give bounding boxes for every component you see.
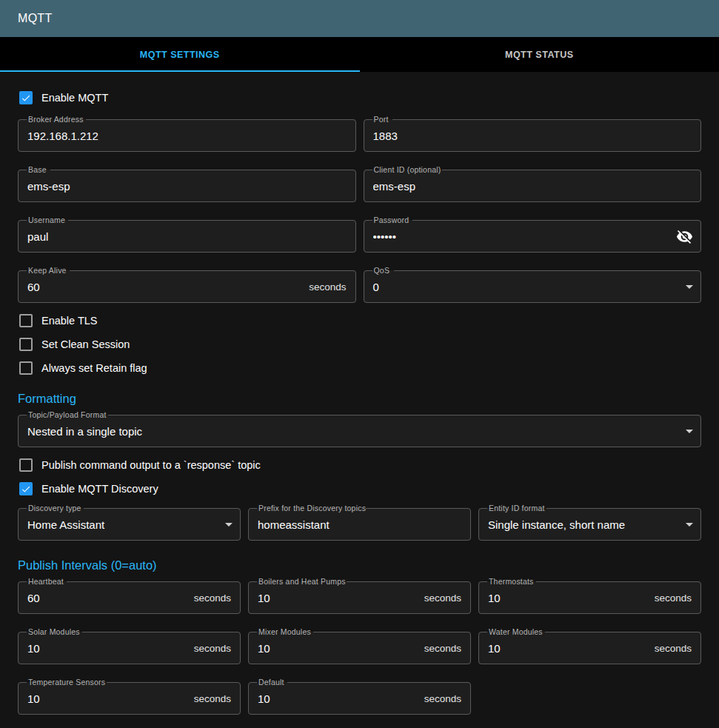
intervals-row-1: Heartbeat Heartbeat seconds Boilers and …	[18, 581, 701, 614]
topic-format-row: Topic/Payload Format Topic/Payload Forma…	[18, 415, 701, 447]
publish-intervals-heading: Publish Intervals (0=auto)	[18, 558, 701, 572]
topic-format-value: Nested in a single topic	[18, 425, 680, 438]
thermostats-interval-field: Thermostats Thermostats seconds	[478, 581, 701, 614]
seconds-suffix: seconds	[655, 592, 701, 604]
publish-response-row[interactable]: Publish command output to a `response` t…	[18, 453, 701, 477]
dropdown-arrow-icon	[680, 515, 698, 533]
intervals-row-3: Temperature Sensors Temperature Sensors …	[18, 682, 701, 715]
password-input[interactable]	[364, 220, 677, 253]
visibility-off-icon[interactable]	[676, 228, 693, 245]
heartbeat-field: Heartbeat Heartbeat seconds	[18, 581, 241, 614]
check-icon	[21, 93, 31, 104]
seconds-suffix: seconds	[309, 281, 355, 293]
mixer-interval-input[interactable]	[248, 632, 424, 664]
tab-mqtt-settings[interactable]: MQTT SETTINGS	[0, 37, 360, 72]
seconds-suffix: seconds	[194, 592, 241, 604]
entity-id-format-value: Single instance, short name	[478, 518, 680, 531]
app-header: MQTT	[0, 0, 719, 37]
entity-id-format-select[interactable]: Entity ID format Entity ID format Single…	[478, 508, 701, 541]
port-input[interactable]	[364, 119, 702, 152]
qos-select[interactable]: QoS QoS 0	[364, 270, 702, 303]
broker-address-input[interactable]	[18, 119, 356, 152]
qos-value: 0	[364, 281, 681, 293]
discovery-type-label: Discovery type	[28, 504, 81, 512]
formatting-heading: Formatting	[18, 392, 701, 406]
dropdown-arrow-icon	[220, 515, 238, 533]
seconds-suffix: seconds	[194, 693, 241, 704]
default-interval-input[interactable]	[248, 682, 424, 715]
tab-bar: MQTT SETTINGS MQTT STATUS	[0, 37, 719, 72]
username-field: Username Username	[18, 220, 356, 253]
enable-discovery-checkbox[interactable]	[19, 482, 33, 495]
username-input[interactable]	[18, 220, 356, 253]
port-field: Port Port	[364, 119, 702, 152]
water-interval-input[interactable]	[478, 632, 655, 664]
topic-format-select[interactable]: Topic/Payload Format Topic/Payload Forma…	[18, 415, 701, 447]
seconds-suffix: seconds	[655, 643, 701, 654]
retain-flag-row[interactable]: Always set Retain flag	[18, 356, 701, 380]
keep-alive-input[interactable]	[18, 270, 309, 303]
temperature-sensors-interval-field: Temperature Sensors Temperature Sensors …	[18, 682, 241, 715]
broker-port-row: Broker Address Broker Address Port Port	[18, 119, 701, 152]
credentials-row: Username Username Password Password	[18, 220, 701, 253]
default-interval-field: Default Default seconds	[248, 682, 471, 715]
settings-form: Enable MQTT Broker Address Broker Addres…	[0, 72, 719, 727]
solar-interval-input[interactable]	[18, 632, 194, 664]
clean-session-row[interactable]: Set Clean Session	[18, 333, 701, 356]
base-input[interactable]	[18, 170, 356, 202]
discovery-row: Discovery type Discovery type Home Assis…	[18, 508, 701, 541]
thermostats-interval-input[interactable]	[478, 581, 655, 614]
retain-flag-label[interactable]: Always set Retain flag	[41, 362, 147, 374]
check-icon	[21, 484, 31, 495]
enable-tls-label[interactable]: Enable TLS	[41, 315, 98, 327]
heartbeat-input[interactable]	[18, 581, 194, 614]
temperature-sensors-interval-input[interactable]	[18, 682, 194, 715]
intervals-row-2: Solar Modules Solar Modules seconds Mixe…	[18, 632, 701, 664]
discovery-prefix-input[interactable]	[248, 508, 471, 541]
boilers-interval-input[interactable]	[248, 581, 424, 614]
entity-id-format-label: Entity ID format	[489, 504, 545, 512]
water-interval-field: Water Modules Water Modules seconds	[478, 632, 701, 664]
enable-mqtt-row[interactable]: Enable MQTT	[18, 84, 701, 112]
boilers-interval-field: Boilers and Heat Pumps Boilers and Heat …	[248, 581, 471, 614]
keep-alive-field: Keep Alive Keep Alive seconds	[18, 270, 356, 303]
seconds-suffix: seconds	[424, 643, 471, 654]
enable-mqtt-checkbox[interactable]	[19, 91, 33, 104]
publish-response-checkbox[interactable]	[19, 458, 33, 472]
seconds-suffix: seconds	[194, 643, 241, 654]
page-title: MQTT	[18, 12, 53, 25]
clean-session-checkbox[interactable]	[19, 338, 33, 351]
topic-format-label: Topic/Payload Format	[28, 410, 107, 419]
seconds-suffix: seconds	[424, 592, 471, 604]
dropdown-arrow-icon	[680, 422, 698, 440]
tab-mqtt-status[interactable]: MQTT STATUS	[360, 37, 719, 72]
clean-session-label[interactable]: Set Clean Session	[41, 338, 130, 350]
enable-tls-row[interactable]: Enable TLS	[18, 309, 701, 333]
client-id-input[interactable]	[364, 170, 702, 202]
discovery-type-select[interactable]: Discovery type Discovery type Home Assis…	[18, 508, 241, 541]
keepalive-qos-row: Keep Alive Keep Alive seconds QoS QoS 0	[18, 270, 701, 303]
mixer-interval-field: Mixer Modules Mixer Modules seconds	[248, 632, 471, 664]
dropdown-arrow-icon	[680, 278, 698, 295]
publish-response-label[interactable]: Publish command output to a `response` t…	[41, 459, 261, 471]
enable-discovery-row[interactable]: Enable MQTT Discovery	[18, 477, 701, 501]
qos-label: QoS	[374, 266, 390, 275]
client-id-field: Client ID (optional) Client ID (optional…	[364, 170, 702, 202]
retain-flag-checkbox[interactable]	[19, 361, 33, 375]
broker-address-field: Broker Address Broker Address	[18, 119, 356, 152]
base-field: Base Base	[18, 170, 356, 202]
enable-discovery-label[interactable]: Enable MQTT Discovery	[41, 483, 158, 495]
seconds-suffix: seconds	[424, 693, 471, 704]
discovery-prefix-field: Prefix for the Discovery topics Prefix f…	[248, 508, 471, 541]
base-clientid-row: Base Base Client ID (optional) Client ID…	[18, 170, 701, 202]
password-field: Password Password	[364, 220, 702, 253]
discovery-type-value: Home Assistant	[18, 518, 220, 531]
enable-mqtt-label[interactable]: Enable MQTT	[41, 92, 108, 104]
solar-interval-field: Solar Modules Solar Modules seconds	[18, 632, 241, 664]
enable-tls-checkbox[interactable]	[19, 314, 33, 327]
